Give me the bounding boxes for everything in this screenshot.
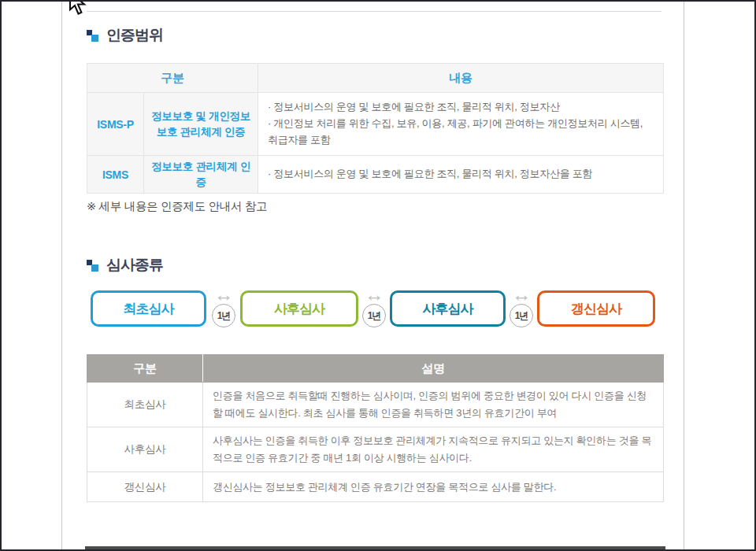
audit-section-title: 심사종류 (106, 255, 163, 276)
audit-table: 구분 설명 최초심사 인증을 처음으로 취득할때 진행하는 심사이며, 인증의 … (87, 354, 664, 502)
audit-row-desc: 갱신심사는 정보보호 관리체계 인증 유효기간 연장을 목적으로 심사를 말한다… (203, 472, 664, 502)
scope-row-name: 정보보호 관리체계 인증 (144, 156, 258, 194)
interval-badge: 1년 (510, 304, 533, 327)
audit-col-category: 구분 (87, 355, 203, 383)
double-arrow-icon: ↔ (356, 285, 392, 304)
audit-table-header-row: 구분 설명 (87, 355, 664, 383)
audit-row-desc: 사후심사는 인증을 취득한 이후 정보보호 관리체계가 지속적으로 유지되고 있… (203, 427, 664, 472)
table-row: 갱신심사 갱신심사는 정보보호 관리체계 인증 유효기간 연장을 목적으로 심사… (87, 472, 664, 502)
interval-badge: 1년 (362, 304, 386, 327)
next-section-top-edge (85, 546, 665, 549)
table-row: ISMS 정보보호 관리체계 인증 · 정보서비스의 운영 및 보호에 필요한 … (87, 156, 664, 194)
table-row: 사후심사 사후심사는 인증을 취득한 이후 정보보호 관리체계가 지속적으로 유… (87, 427, 664, 472)
desc-line: · 개인정보 처리를 위한 수집, 보유, 이용, 제공, 파기에 관여하는 개… (268, 116, 654, 149)
desc-line: · 정보서비스의 운영 및 보호에 필요한 조직, 물리적 위치, 정보자산 (268, 99, 654, 116)
scope-row-desc: · 정보서비스의 운영 및 보호에 필요한 조직, 물리적 위치, 정보자산을 … (258, 156, 664, 194)
audit-row-label: 최초심사 (87, 383, 203, 427)
audit-col-description: 설명 (203, 355, 664, 383)
audit-row-label: 사후심사 (87, 427, 203, 472)
double-arrow-icon: ↔ (503, 285, 539, 304)
scope-col-content: 내용 (258, 64, 664, 93)
left-content-rule (61, 2, 62, 549)
interval-badge: 1년 (212, 304, 235, 327)
scope-col-category: 구분 (87, 64, 258, 93)
scope-row-code: ISMS (87, 156, 144, 194)
flow-connector: ↔ 1년 (503, 285, 539, 327)
scope-row-code: ISMS-P (87, 93, 144, 156)
scope-row-desc: · 정보서비스의 운영 및 보호에 필요한 조직, 물리적 위치, 정보자산 ·… (258, 93, 664, 156)
section-bullet-icon (87, 259, 100, 272)
audit-flow-box-renewal: 갱신심사 (537, 290, 655, 327)
scope-section-title: 인증범위 (106, 25, 163, 46)
flow-connector: ↔ 1년 (206, 285, 242, 327)
audit-row-desc: 인증을 처음으로 취득할때 진행하는 심사이며, 인증의 범위에 중요한 변경이… (203, 383, 664, 427)
scope-table: 구분 내용 ISMS-P 정보보호 및 개인정보보호 관리체계 인증 · 정보서… (87, 63, 664, 194)
section-bullet-icon (87, 29, 100, 43)
table-row: ISMS-P 정보보호 및 개인정보보호 관리체계 인증 · 정보서비스의 운영… (87, 93, 664, 156)
content-page: 인증범위 구분 내용 ISMS-P 정보보호 및 개인정보보호 관리체계 인증 … (0, 0, 756, 551)
top-divider-rule (87, 11, 662, 12)
scope-section-heading: 인증범위 (87, 27, 163, 44)
scope-table-header-row: 구분 내용 (87, 64, 664, 93)
mouse-cursor-icon (68, 0, 91, 16)
audit-row-label: 갱신심사 (87, 472, 203, 502)
audit-flow-box-surveillance-1: 사후심사 (240, 290, 358, 327)
table-row: 최초심사 인증을 처음으로 취득할때 진행하는 심사이며, 인증의 범위에 중요… (87, 383, 664, 427)
scope-note: ※ 세부 내용은 인증제도 안내서 참고 (87, 199, 267, 214)
audit-section-heading: 심사종류 (87, 257, 163, 274)
scope-row-name: 정보보호 및 개인정보보호 관리체계 인증 (144, 93, 258, 156)
right-content-rule (684, 2, 684, 549)
desc-line: · 정보서비스의 운영 및 보호에 필요한 조직, 물리적 위치, 정보자산을 … (268, 166, 654, 183)
double-arrow-icon: ↔ (206, 285, 242, 304)
audit-flow-box-surveillance-2: 사후심사 (390, 290, 506, 327)
flow-connector: ↔ 1년 (356, 285, 392, 327)
audit-flow-box-initial: 최초심사 (91, 290, 206, 327)
